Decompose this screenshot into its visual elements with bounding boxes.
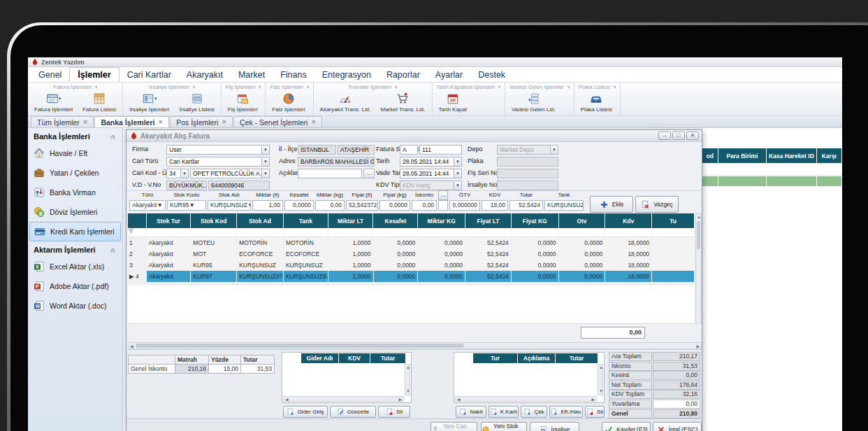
grid-filter-cell[interactable]: [652, 228, 694, 237]
chevron-down-icon[interactable]: ▼: [261, 157, 269, 166]
minimize-icon[interactable]: –: [658, 132, 671, 140]
grid-column-header[interactable]: Tu: [652, 213, 694, 228]
payment-panel-button-nakit[interactable]: Nakit: [456, 406, 486, 418]
group-dropdown-icon[interactable]: [192, 86, 195, 89]
grid-filter-cell[interactable]: [559, 228, 605, 237]
footer-button-kaydet-f3-[interactable]: Kaydet (F3): [602, 422, 651, 431]
grid-row[interactable]: 2AkaryakıtMOTECOFORCEECOFORCE1,00000,000…: [128, 248, 695, 260]
menu-item-akaryakıt[interactable]: Akaryakıt: [179, 67, 231, 82]
grid-column-header[interactable]: Miktar KG: [418, 213, 465, 228]
grid-row[interactable]: 3AkaryakıtKUR95KURŞUNSUZKURŞUNSUZ1,00000…: [128, 260, 695, 271]
grid-filter-cell[interactable]: [237, 228, 283, 237]
chevron-down-icon[interactable]: ▼: [454, 181, 461, 190]
ribbon-button-receipt[interactable]: Fiş İşlemleri: [223, 91, 263, 114]
entry-field-stok-adı[interactable]: KURŞUNSUZ▼: [208, 200, 251, 211]
ribbon-button-due-list[interactable]: Vadesi Gelen Lst.: [507, 91, 560, 114]
menu-item-genel[interactable]: Genel: [31, 67, 69, 82]
grid-row[interactable]: 1AkaryakıtMOTEUMOTORİNMOTORİN1,00000,000…: [128, 237, 695, 248]
grid-column-header[interactable]: Miktar LT: [328, 213, 373, 228]
expense-panel-button-sil[interactable]: Sil: [378, 406, 410, 418]
close-icon[interactable]: ✕: [686, 132, 699, 140]
form-field-vade-tarihi[interactable]: 28.05.2021 14:44▼: [400, 169, 462, 178]
chevron-down-icon[interactable]: ▼: [261, 146, 269, 154]
chevron-down-icon[interactable]: ▼: [454, 157, 461, 166]
menu-item-raporlar[interactable]: Raporlar: [379, 67, 428, 82]
expense-panel-horizontal-scrollbar[interactable]: ◀▶: [283, 396, 404, 402]
grid-column-header[interactable]: [128, 213, 146, 228]
payment-panel-button-eft-hav-[interactable]: Eft./Hav.: [549, 406, 583, 418]
chevron-down-icon[interactable]: ▼: [247, 202, 251, 209]
payment-panel-button-k-kartı[interactable]: K.Kartı: [489, 406, 519, 418]
ribbon-button-gauge[interactable]: Akaryakıt Trans. Lst.: [315, 91, 376, 114]
payment-panel-horizontal-scrollbar[interactable]: ◀▶: [455, 396, 597, 402]
maximize-icon[interactable]: □: [672, 132, 685, 140]
form-field-fatura-seri-no[interactable]: A: [400, 145, 418, 155]
tab-pos-i-şlemleri[interactable]: Pos İşlemleri✕: [170, 116, 233, 127]
entry-field-i-skonto[interactable]: 0,00: [412, 200, 437, 211]
footer-button-i-rsaliye[interactable]: İrsaliye: [530, 422, 579, 431]
entry-field-kesafet[interactable]: 0,0000: [284, 200, 314, 211]
ribbon-button-interest[interactable]: Faiz İşlemleri: [267, 91, 310, 114]
entry-field--[interactable]: [438, 200, 448, 211]
sidebar-item-banka-virman[interactable]: Banka Virman: [28, 183, 122, 202]
chevron-down-icon[interactable]: ▼: [550, 146, 558, 154]
tab-close-icon[interactable]: ✕: [158, 119, 163, 125]
group-dropdown-icon[interactable]: [498, 86, 500, 89]
ribbon-button-cart[interactable]: Market Trans. Lst.: [375, 91, 430, 114]
expense-panel-button-gider-giriş[interactable]: Gider Giriş: [283, 406, 328, 418]
tab-close-icon[interactable]: ✕: [83, 119, 88, 125]
sidebar-item-excel-aktar-xls-[interactable]: XExcel Aktar (.xls): [28, 257, 122, 276]
grid-filter-cell[interactable]: [373, 228, 417, 237]
sidebar-item-kredi-kartı-i-şlemleri[interactable]: Kredi Kartı İşlemleri: [29, 222, 121, 241]
tab-banka-i-şlemleri[interactable]: Banka İşlemleri✕: [94, 116, 169, 127]
grid-column-header[interactable]: Stok Ad: [237, 213, 283, 228]
sidebar-item-havale-eft[interactable]: Havale / Eft: [28, 143, 122, 163]
menu-item-destek[interactable]: Destek: [470, 67, 513, 82]
group-dropdown-icon[interactable]: [394, 86, 397, 89]
menu-item-entegrasyon[interactable]: Entegrasyon: [314, 67, 379, 82]
ribbon-button-invoice[interactable]: ▾Fatura İşlemleri: [29, 91, 78, 114]
footer-button-i-ptal-esc-[interactable]: İptal (ESC): [653, 422, 702, 431]
payment-panel-button-sil[interactable]: Sil: [585, 406, 605, 418]
sidebar-item-word-aktar-doc-[interactable]: WWord Aktar (.doc): [28, 296, 122, 316]
grid-filter-cell[interactable]: [605, 228, 651, 237]
entry-field-tutar[interactable]: 52,5424: [509, 200, 543, 211]
grid-filter-cell[interactable]: [147, 228, 191, 237]
grid-column-header[interactable]: Kesafet: [373, 213, 417, 228]
chevron-down-icon[interactable]: ▼: [261, 169, 269, 178]
grid-column-header[interactable]: Tank: [284, 213, 328, 228]
grid-filter-cell[interactable]: [191, 228, 236, 237]
group-dropdown-icon[interactable]: [258, 86, 261, 89]
group-dropdown-icon[interactable]: [306, 86, 309, 89]
ellipsis-button[interactable]: ...: [363, 169, 375, 178]
expense-panel-vertical-scrollbar[interactable]: ▲▼: [405, 364, 410, 395]
menu-item-ayarlar[interactable]: Ayarlar: [428, 67, 470, 82]
group-dropdown-icon[interactable]: [94, 86, 97, 89]
expense-panel-button-güncelle[interactable]: Güncelle: [330, 406, 376, 418]
grid-filter-cell[interactable]: [512, 228, 558, 237]
tab-çek-senet-i-şlemleri[interactable]: Çek - Senet İşlemleri✕: [233, 116, 322, 127]
grid-vertical-scrollbar[interactable]: ▲ ▼: [695, 213, 702, 341]
menu-item-i-şlemler[interactable]: İşlemler: [69, 67, 119, 82]
grid-column-header[interactable]: Fiyat LT: [465, 213, 511, 228]
grid-column-header[interactable]: Otv: [559, 213, 605, 228]
entry-field-ötv[interactable]: 0,000000: [449, 200, 480, 211]
ribbon-button-close-date[interactable]: Tarih Kapat: [434, 91, 472, 114]
entry-field-fiyat-lt-[interactable]: 52,542372: [346, 200, 378, 211]
sidebar-item-adobe-aktar-pdf-[interactable]: PAdobe Aktar (.pdf): [28, 276, 122, 296]
menu-item-finans[interactable]: Finans: [273, 67, 314, 82]
total-value-5[interactable]: 0,00: [653, 400, 700, 409]
form-field-cari-kod-ünvan[interactable]: 34▼: [166, 169, 189, 178]
payment-panel-button-çek[interactable]: Çek: [521, 406, 547, 418]
chevron-down-icon[interactable]: ▼: [180, 169, 188, 178]
discount-value[interactable]: 15,00: [208, 364, 241, 374]
ribbon-button-waybill[interactable]: ▾İrsaliye İşlemleri: [124, 91, 174, 114]
grid-filter-cell[interactable]: [284, 228, 328, 237]
payment-panel-vertical-scrollbar[interactable]: ▲▼: [598, 364, 603, 395]
chevron-down-icon[interactable]: ▼: [189, 202, 194, 209]
sidebar-section-header[interactable]: Aktarım İşlemleri: [28, 241, 122, 257]
grid-filter-cell[interactable]: [465, 228, 511, 237]
entry-field-miktar-kg-[interactable]: 0,00: [315, 200, 345, 211]
chevron-down-icon[interactable]: ▼: [157, 202, 162, 209]
tab-tüm-i-şlemler[interactable]: Tüm İşlemler✕: [31, 116, 94, 127]
